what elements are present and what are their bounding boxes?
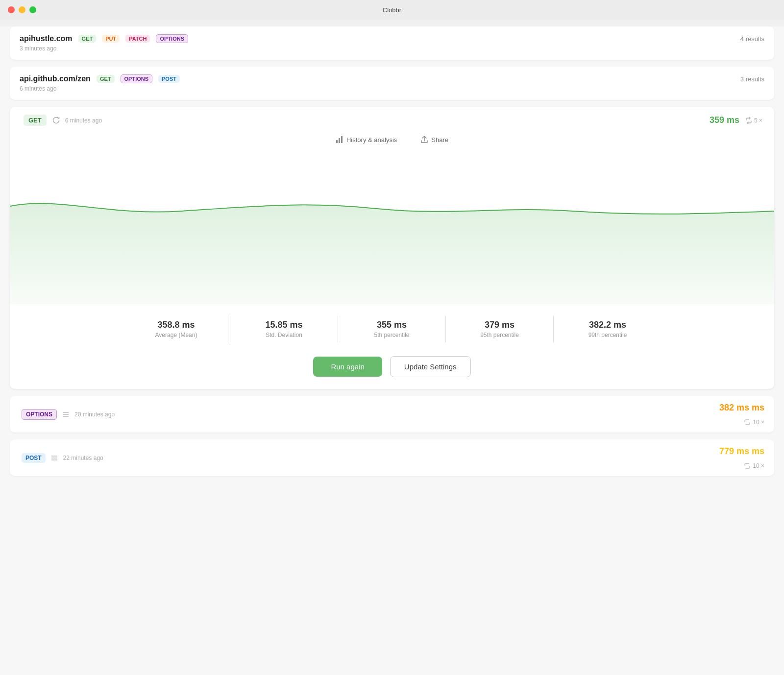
result-count: 3 results: [740, 75, 764, 83]
share-icon: [420, 136, 428, 144]
sub-repeat-options: 10 ×: [744, 419, 764, 426]
stat-p95: 379 ms 95th percentile: [446, 316, 554, 342]
stat-label-avg: Average (Mean): [130, 332, 222, 338]
time-ago: 6 minutes ago: [20, 85, 764, 92]
sub-time-ago-options: 20 minutes ago: [74, 411, 115, 418]
titlebar: Clobbr: [0, 0, 784, 20]
host-label: apihustle.com: [20, 34, 73, 43]
sub-result-options: OPTIONS 20 minutes ago 382 ms ms 10 ×: [10, 396, 774, 433]
update-settings-button[interactable]: Update Settings: [390, 356, 471, 377]
stat-label-p95: 95th percentile: [454, 332, 545, 338]
stat-value-p99: 382.2 ms: [562, 320, 654, 330]
list-icon-post: [50, 454, 58, 462]
sub-repeat-count-post: 10 ×: [753, 462, 764, 469]
share-label: Share: [431, 136, 448, 144]
expanded-time-ago: 6 minutes ago: [65, 117, 102, 124]
sub-left-post: POST 22 minutes ago: [20, 453, 103, 463]
badge-get[interactable]: GET: [97, 75, 115, 83]
badge-options[interactable]: OPTIONS: [156, 34, 188, 43]
list-icon: [62, 410, 70, 418]
stats-row: 358.8 ms Average (Mean) 15.85 ms Std. De…: [10, 304, 774, 346]
sub-left: OPTIONS 20 minutes ago: [20, 409, 115, 420]
badge-options[interactable]: OPTIONS: [121, 74, 153, 83]
refresh-icon[interactable]: [51, 116, 60, 125]
sub-ms-post: 779 ms ms: [719, 446, 764, 457]
badge-patch[interactable]: PATCH: [125, 35, 150, 43]
expanded-right: 359 ms 5 ×: [710, 115, 762, 125]
history-analysis-button[interactable]: History & analysis: [332, 134, 401, 145]
time-ago: 3 minutes ago: [20, 45, 764, 52]
app-body: apihustle.com GET PUT PATCH OPTIONS 4 re…: [0, 26, 784, 675]
stat-label-p5: 5th percentile: [346, 332, 438, 338]
stat-p5: 355 ms 5th percentile: [338, 316, 446, 342]
run-again-button[interactable]: Run again: [313, 357, 382, 377]
badge-post[interactable]: POST: [22, 453, 46, 463]
result-count: 4 results: [740, 35, 764, 43]
sub-repeat-count-options: 10 ×: [753, 419, 764, 426]
repeat-icon-options: [744, 419, 751, 426]
expanded-method-badge[interactable]: GET: [24, 115, 47, 126]
card-header: api.github.com/zen GET OPTIONS POST 3 re…: [20, 74, 764, 83]
close-button[interactable]: [8, 6, 15, 13]
maximize-button[interactable]: [29, 6, 36, 13]
repeat-info: 5 ×: [745, 117, 762, 124]
history-label: History & analysis: [346, 136, 397, 144]
expanded-left: GET 6 minutes ago: [22, 115, 102, 126]
result-card-github: api.github.com/zen GET OPTIONS POST 3 re…: [10, 67, 774, 100]
badge-get[interactable]: GET: [78, 35, 97, 43]
svg-rect-0: [336, 140, 338, 143]
share-button[interactable]: Share: [416, 134, 452, 145]
sub-time-ago-post: 22 minutes ago: [63, 455, 103, 461]
svg-rect-2: [341, 136, 343, 143]
titlebar-buttons: [8, 6, 36, 13]
card-left: apihustle.com GET PUT PATCH OPTIONS: [20, 34, 188, 43]
badge-put[interactable]: PUT: [102, 35, 120, 43]
host-label: api.github.com/zen: [20, 74, 91, 83]
result-card-apihustle: apihustle.com GET PUT PATCH OPTIONS 4 re…: [10, 26, 774, 60]
badge-options[interactable]: OPTIONS: [22, 409, 57, 420]
sub-right: 382 ms ms 10 ×: [719, 403, 764, 426]
sub-result-post: POST 22 minutes ago 779 ms ms 10 ×: [10, 439, 774, 476]
stat-value-stddev: 15.85 ms: [238, 320, 330, 330]
card-left: api.github.com/zen GET OPTIONS POST: [20, 74, 180, 83]
stat-p99: 382.2 ms 99th percentile: [554, 316, 662, 342]
repeat-icon-small: [745, 117, 752, 124]
toolbar-row: History & analysis Share: [10, 130, 774, 147]
repeat-count: 5 ×: [754, 117, 762, 124]
stat-avg: 358.8 ms Average (Mean): [122, 316, 230, 342]
expanded-ms: 359 ms: [710, 115, 739, 125]
card-header: apihustle.com GET PUT PATCH OPTIONS 4 re…: [20, 34, 764, 43]
svg-rect-1: [339, 138, 340, 143]
sub-repeat-post: 10 ×: [744, 462, 764, 469]
app-title: Clobbr: [383, 6, 401, 14]
performance-chart: [10, 147, 774, 304]
expanded-card: GET 6 minutes ago 359 ms 5 ×: [10, 107, 774, 389]
stat-stddev: 15.85 ms Std. Deviation: [230, 316, 338, 342]
stat-label-stddev: Std. Deviation: [238, 332, 330, 338]
stat-label-p99: 99th percentile: [562, 332, 654, 338]
action-row: Run again Update Settings: [10, 346, 774, 389]
history-icon: [336, 136, 343, 144]
stat-value-p95: 379 ms: [454, 320, 545, 330]
sub-ms-options: 382 ms ms: [719, 403, 764, 413]
repeat-icon-post: [744, 462, 751, 469]
minimize-button[interactable]: [19, 6, 25, 13]
chart-area: [10, 147, 774, 304]
stat-value-avg: 358.8 ms: [130, 320, 222, 330]
expanded-header: GET 6 minutes ago 359 ms 5 ×: [10, 107, 774, 130]
stat-value-p5: 355 ms: [346, 320, 438, 330]
sub-right-post: 779 ms ms 10 ×: [719, 446, 764, 469]
badge-post[interactable]: POST: [158, 75, 180, 83]
